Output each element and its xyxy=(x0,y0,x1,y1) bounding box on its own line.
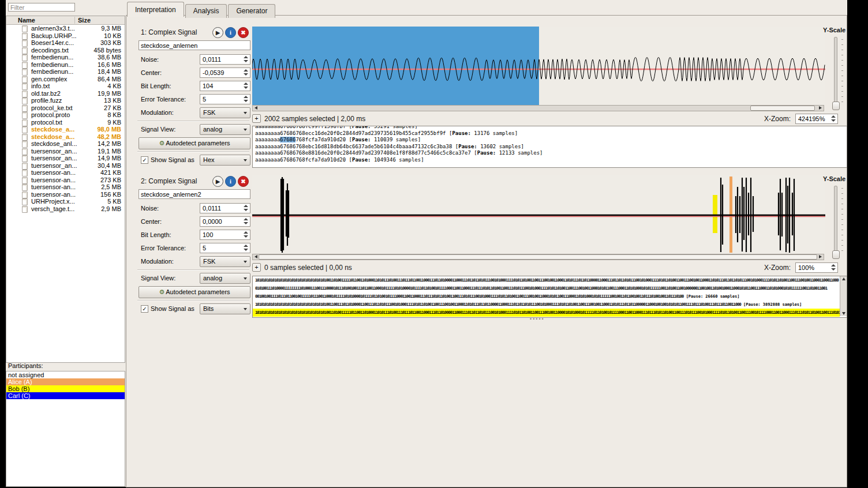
signal1-modulation-dropdown[interactable]: FSK xyxy=(200,107,250,118)
signal2-hscroll-thumb[interactable] xyxy=(259,254,817,260)
signal1-yscale-slider[interactable] xyxy=(834,37,837,108)
file-row[interactable]: tuersensor-an...421 KB xyxy=(6,169,125,177)
file-tree[interactable]: Name Size anlernen3x3.t...9,3 MBBackup.U… xyxy=(6,16,125,363)
signal2-showsignal-checkbox[interactable]: ✓ xyxy=(141,305,148,313)
signal1-message-view[interactable]: aaaaaaaa67686768fc99ff1598fbf [Pause: 55… xyxy=(252,126,847,168)
spin-arrows-icon[interactable] xyxy=(243,82,249,89)
file-row[interactable]: protocol.proto8 KB xyxy=(6,111,125,119)
message-line[interactable]: 1010101010101010101010101010101010101001… xyxy=(253,276,840,284)
splitter-handle[interactable]: ••••• xyxy=(530,316,545,322)
signal2-bitlength-spinbox[interactable]: 100 xyxy=(200,230,250,240)
file-row[interactable]: steckdose_a...48,2 MB xyxy=(6,133,125,141)
participant-item[interactable]: not assigned xyxy=(6,371,125,378)
file-row[interactable]: Boeser14er.c...303 KB xyxy=(6,39,125,47)
message-line[interactable]: 1010101010101010101010101010101010101001… xyxy=(253,301,840,309)
spin-arrows-icon[interactable] xyxy=(243,231,249,238)
spin-arrows-icon[interactable] xyxy=(830,264,836,271)
signal1-showsignal-dropdown[interactable]: Hex xyxy=(200,155,250,166)
file-row[interactable]: URHProject.x...5 KB xyxy=(6,198,125,205)
participant-item[interactable]: Bob (B) xyxy=(6,385,125,392)
file-row[interactable]: gen.complex86,4 MB xyxy=(6,76,125,83)
signal2-yscale-slider[interactable] xyxy=(834,186,837,257)
spin-arrows-icon[interactable] xyxy=(243,55,249,63)
scroll-left-icon[interactable] xyxy=(255,106,257,110)
signal2-info-button[interactable]: i xyxy=(225,176,236,187)
signal1-yscale-handle[interactable] xyxy=(832,102,840,110)
file-row[interactable]: protocol_ke.txt27 KB xyxy=(6,104,125,112)
file-row[interactable]: versch_tage.t...2,9 MB xyxy=(6,205,125,213)
signal2-xzoom-spinbox[interactable]: 100% xyxy=(795,262,838,273)
message-line[interactable]: aaaaaaaa67686768fc99ff1598fbf [Pause: 55… xyxy=(253,126,847,130)
signal2-waveform[interactable] xyxy=(252,175,825,254)
file-row[interactable]: tuersensor-an...273 KB xyxy=(6,177,125,184)
file-row[interactable]: tuersensor_an...14,9 MB xyxy=(6,155,125,162)
signal1-play-button[interactable]: ▶ xyxy=(212,27,223,38)
message-line[interactable]: 0101001110100001111111110100011100111000… xyxy=(253,284,840,292)
tab-interpretation[interactable]: Interpretation xyxy=(127,2,184,17)
file-row[interactable]: fernbedienun...18,4 MB xyxy=(6,68,125,76)
signal1-xzoom-spinbox[interactable]: 424195% xyxy=(795,114,838,124)
file-row[interactable]: steckdose_a...98,0 MB xyxy=(6,126,125,133)
signal1-info-button[interactable]: i xyxy=(225,27,236,38)
signal1-zoom-in-button[interactable]: + xyxy=(252,114,261,123)
filter-input[interactable] xyxy=(8,3,75,12)
tab-generator[interactable]: Generator xyxy=(228,4,275,18)
signal2-showsignal-dropdown[interactable]: Bits xyxy=(200,303,250,314)
signal1-hscrollbar[interactable] xyxy=(252,105,824,111)
signal2-center-spinbox[interactable]: 0,0000 xyxy=(200,216,250,227)
signal1-errortolerance-spinbox[interactable]: 5 xyxy=(200,94,250,104)
signal1-autodetect-button[interactable]: ⚙Autodetect parameters xyxy=(139,137,250,149)
signal2-yscale-handle[interactable] xyxy=(832,250,840,259)
signal2-autodetect-button[interactable]: ⚙Autodetect parameters xyxy=(139,286,250,298)
signal1-name-input[interactable] xyxy=(139,40,250,50)
signal1-center-spinbox[interactable]: -0,0539 xyxy=(200,67,250,78)
participant-item[interactable]: Carl (C) xyxy=(6,392,125,399)
file-row[interactable]: tuersensor_an...19,1 MB xyxy=(6,148,125,155)
file-row[interactable]: Backup.URHP...10 KB xyxy=(6,32,125,40)
signal1-showsignal-checkbox[interactable]: ✓ xyxy=(141,156,148,164)
spin-arrows-icon[interactable] xyxy=(243,217,249,225)
file-row[interactable]: tuersensor_an...30,4 MB xyxy=(6,162,125,170)
message-line[interactable]: aaaaaaaa67686768ebc16d818db64bc6637ade5b… xyxy=(253,144,847,151)
file-row[interactable]: tuersensor-an...156 KB xyxy=(6,191,125,198)
spin-arrows-icon[interactable] xyxy=(830,115,836,122)
signal2-modulation-dropdown[interactable]: FSK xyxy=(200,256,250,267)
signal2-message-view[interactable]: 1010101010101010101010101010101010101001… xyxy=(252,276,847,318)
signal1-close-button[interactable]: ✖ xyxy=(238,27,249,38)
signal2-message-vscrollbar[interactable] xyxy=(840,276,847,316)
signal2-signalview-dropdown[interactable]: analog xyxy=(200,273,250,284)
scroll-up-icon[interactable] xyxy=(842,277,845,280)
file-row[interactable]: info.txt4 KB xyxy=(6,82,125,90)
message-line[interactable]: aaaaaaaa67686768e8816de20f0c2844d97ad239… xyxy=(253,150,847,157)
file-row[interactable]: fernbedienun...16,6 MB xyxy=(6,61,125,69)
signal1-signalview-dropdown[interactable]: analog xyxy=(200,124,250,135)
spin-arrows-icon[interactable] xyxy=(243,244,249,251)
signal2-noise-spinbox[interactable]: 0,0111 xyxy=(200,203,250,213)
signal1-noise-spinbox[interactable]: 0,0111 xyxy=(200,54,250,65)
spin-arrows-icon[interactable] xyxy=(243,95,249,103)
file-tree-header[interactable]: Name Size xyxy=(6,16,125,25)
scroll-right-icon[interactable] xyxy=(819,106,822,110)
spin-arrows-icon[interactable] xyxy=(243,69,249,76)
file-row[interactable]: fernbedienun...38,6 MB xyxy=(6,54,125,61)
message-line[interactable]: aaaaaaaa67686768fcfa7da910d20 [Pause: 10… xyxy=(253,157,847,164)
tab-analysis[interactable]: Analysis xyxy=(185,4,227,18)
name-column-header[interactable]: Name xyxy=(18,17,35,24)
signal1-hscroll-thumb[interactable] xyxy=(750,106,815,111)
file-row[interactable]: profile.fuzz13 KB xyxy=(6,97,125,104)
message-line[interactable]: 0010010011110111011001001111101110011000… xyxy=(253,292,840,301)
file-row[interactable]: old.tar.bz219,9 MB xyxy=(6,90,125,97)
signal2-close-button[interactable]: ✖ xyxy=(238,176,249,187)
signal2-zoom-in-button[interactable]: + xyxy=(252,263,261,272)
signal2-errortolerance-spinbox[interactable]: 5 xyxy=(200,243,250,253)
file-row[interactable]: protocol.txt9 KB xyxy=(6,119,125,126)
scroll-down-icon[interactable] xyxy=(842,312,845,315)
message-line[interactable]: 1010101010101010101010101010101010101001… xyxy=(253,309,840,317)
size-column-header[interactable]: Size xyxy=(78,17,91,24)
file-row[interactable]: tuersensor-an...2,5 MB xyxy=(6,183,125,191)
participant-item[interactable]: Alice (A) xyxy=(6,378,125,385)
signal2-hscrollbar[interactable] xyxy=(252,254,824,260)
signal2-play-button[interactable]: ▶ xyxy=(212,176,223,187)
signal2-name-input[interactable] xyxy=(139,189,250,199)
signal1-waveform[interactable] xyxy=(252,27,825,105)
